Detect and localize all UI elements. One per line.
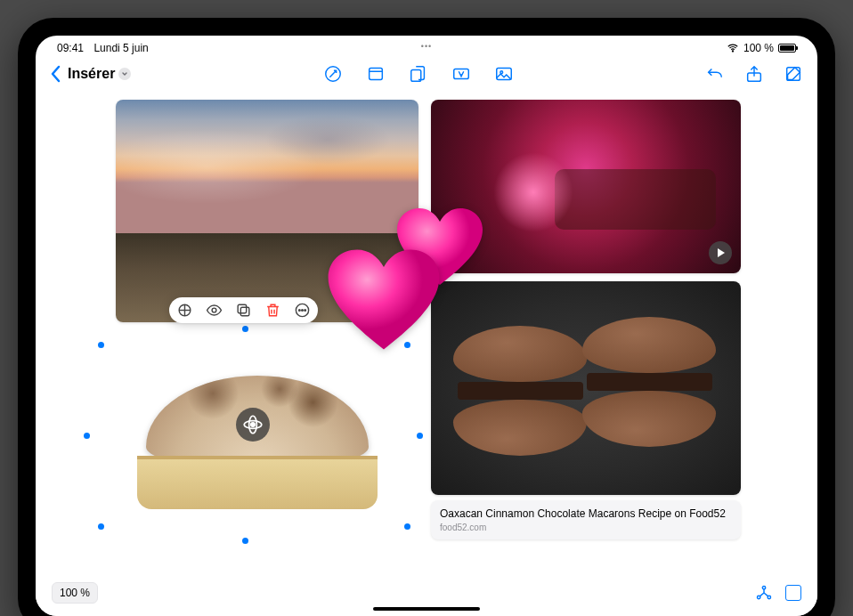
screen: ••• 09:41 Lundi 5 juin 100 % Insérer bbox=[36, 36, 817, 616]
svg-rect-17 bbox=[238, 304, 247, 313]
grid-icon[interactable] bbox=[785, 585, 801, 601]
photo-macarons[interactable] bbox=[431, 281, 741, 495]
svg-point-19 bbox=[299, 310, 301, 312]
status-date: Lundi 5 juin bbox=[93, 42, 148, 54]
duplicate-icon[interactable] bbox=[235, 302, 252, 319]
selection-handle[interactable] bbox=[417, 433, 423, 439]
play-icon[interactable] bbox=[709, 241, 732, 264]
svg-rect-16 bbox=[240, 307, 249, 316]
svg-point-0 bbox=[732, 51, 733, 52]
context-toolbar bbox=[169, 297, 318, 323]
svg-point-22 bbox=[762, 587, 765, 589]
undo-icon[interactable] bbox=[705, 64, 725, 84]
compose-icon[interactable] bbox=[784, 64, 803, 84]
toolbar: Insérer bbox=[36, 57, 817, 94]
markup-icon[interactable] bbox=[323, 64, 343, 84]
status-time: 09:41 bbox=[57, 42, 84, 54]
canvas[interactable]: Oaxacan Cinnamon Chocolate Macarons Reci… bbox=[36, 94, 817, 616]
selection-handle[interactable] bbox=[242, 538, 248, 544]
link-title: Oaxacan Cinnamon Chocolate Macarons Reci… bbox=[440, 507, 732, 522]
ipad-frame: ••• 09:41 Lundi 5 juin 100 % Insérer bbox=[18, 18, 835, 616]
object-3d-pie[interactable] bbox=[102, 340, 404, 527]
selection-handle[interactable] bbox=[84, 433, 90, 439]
svg-point-11 bbox=[251, 422, 255, 426]
crop-icon[interactable] bbox=[176, 302, 193, 319]
svg-point-15 bbox=[212, 308, 216, 312]
preview-icon[interactable] bbox=[206, 302, 223, 319]
svg-point-21 bbox=[305, 310, 306, 312]
selection-handle[interactable] bbox=[404, 523, 410, 530]
battery-pct: 100 % bbox=[743, 42, 774, 54]
back-button[interactable] bbox=[50, 65, 64, 83]
zoom-level[interactable]: 100 % bbox=[52, 582, 98, 604]
delete-icon[interactable] bbox=[264, 302, 281, 319]
multitask-dots[interactable]: ••• bbox=[421, 42, 432, 51]
selection-handle[interactable] bbox=[242, 326, 248, 332]
rotate-3d-icon[interactable] bbox=[236, 408, 270, 442]
selection-handle[interactable] bbox=[98, 342, 104, 348]
more-icon[interactable] bbox=[294, 302, 311, 319]
page-title[interactable]: Insérer bbox=[68, 66, 115, 82]
selection-handle[interactable] bbox=[98, 523, 104, 530]
svg-rect-2 bbox=[369, 69, 382, 80]
photos-icon[interactable] bbox=[494, 64, 514, 84]
note-icon[interactable] bbox=[366, 64, 386, 84]
wifi-icon bbox=[727, 42, 739, 54]
home-indicator[interactable] bbox=[373, 607, 480, 611]
link-domain: food52.com bbox=[440, 523, 732, 532]
collaborate-icon[interactable] bbox=[755, 584, 773, 602]
title-menu-button[interactable] bbox=[118, 68, 131, 80]
link-preview[interactable]: Oaxacan Cinnamon Chocolate Macarons Reci… bbox=[431, 500, 741, 539]
textbox-icon[interactable] bbox=[451, 64, 471, 84]
attach-icon[interactable] bbox=[409, 64, 428, 84]
heart-sticker[interactable] bbox=[326, 247, 442, 355]
svg-point-20 bbox=[302, 310, 304, 312]
share-icon[interactable] bbox=[744, 64, 764, 84]
battery-icon bbox=[778, 44, 796, 53]
